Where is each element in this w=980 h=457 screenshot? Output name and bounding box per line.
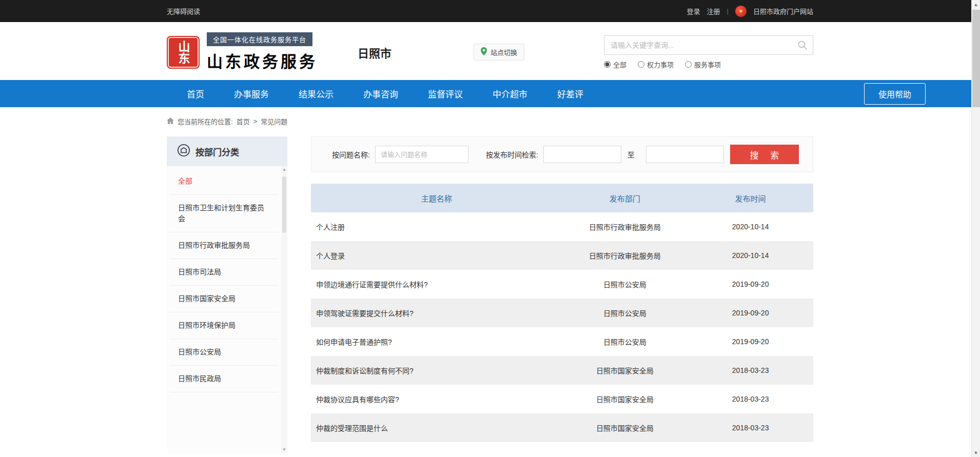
department-sidebar: 按部门分类 全部 日照市卫生和计划生育委员会 日照市行政审批服务局 日照市司法局… (167, 136, 287, 453)
publish-date-label: 按发布时间检索: (486, 149, 538, 160)
search-scope-group: 全部 权力事项 服务事项 (604, 59, 813, 69)
location-pin-icon (481, 47, 487, 57)
header-topic: 主题名称 (311, 184, 562, 212)
sidebar-item-admin-approval[interactable]: 日照市行政审批服务局 (170, 232, 278, 259)
table-row[interactable]: 个人注册 日照市行政审批服务局 2020-10-14 (311, 212, 813, 241)
question-name-input[interactable] (375, 146, 468, 163)
category-icon (177, 144, 190, 159)
date-cell: 2019-09-20 (688, 270, 813, 299)
date-from-input[interactable] (543, 146, 621, 163)
date-cell: 2018-03-23 (688, 413, 813, 442)
sidebar-item-public-security[interactable]: 日照市公安局 (170, 339, 278, 366)
site-switch-button[interactable]: 站点切换 (474, 44, 524, 61)
sidebar-item-all[interactable]: 全部 (170, 168, 278, 195)
scope-power: 权力事项 (638, 59, 674, 69)
question-cell: 仲裁制度和诉讼制度有何不同? (311, 356, 562, 385)
scope-all-radio[interactable] (604, 61, 611, 68)
scope-power-radio[interactable] (638, 61, 644, 68)
nav-item-home[interactable]: 首页 (187, 87, 204, 100)
nav-item-consult[interactable]: 办事咨询 (363, 87, 398, 100)
login-link[interactable]: 登录 (687, 6, 700, 16)
sidebar-scroll-up-icon[interactable]: ▲ (282, 168, 286, 172)
question-cell: 仲裁协议应具有哪些内容? (311, 385, 562, 413)
department-cell: 日照市国家安全局 (562, 413, 688, 442)
page-scroll-thumb[interactable] (972, 10, 980, 107)
keyword-search-input[interactable] (604, 35, 813, 55)
platform-badge: 全国一体化在线政务服务平台 (207, 32, 312, 46)
scope-all: 全部 (604, 59, 626, 69)
city-name: 日照市 (358, 44, 391, 61)
main-content: 按问题名称: 按发布时间检索: 至 搜 索 主题名称 发布部门 发布时间 (311, 136, 813, 442)
sidebar-item-health-commission[interactable]: 日照市卫生和计划生育委员会 (170, 195, 278, 232)
main-nav: 首页 办事服务 结果公示 办事咨询 监督评议 中介超市 好差评 使用帮助 (0, 80, 980, 107)
page-scroll-up-icon[interactable]: ▲ (972, 0, 980, 9)
topbar: 无障碍阅读 登录 注册 | ★ 日照市政府门户网站 (0, 0, 980, 22)
sidebar-scrollbar[interactable]: ▲ ▼ (281, 166, 287, 453)
table-row[interactable]: 如何申请电子普通护照? 日照市公安局 2019-09-20 (311, 327, 813, 356)
sidebar-item-state-security[interactable]: 日照市国家安全局 (170, 286, 278, 312)
nav-item-intermediary[interactable]: 中介超市 (493, 87, 527, 100)
question-cell: 仲裁的受理范围是什么 (311, 413, 562, 442)
question-cell: 申领边境通行证需要提供什么材料? (311, 270, 562, 299)
scope-power-label: 权力事项 (647, 59, 674, 69)
register-link[interactable]: 注册 (707, 6, 720, 16)
nav-item-services[interactable]: 办事服务 (234, 87, 269, 100)
date-cell: 2018-03-23 (688, 385, 813, 413)
date-to-label: 至 (628, 149, 635, 160)
department-cell: 日照市行政审批服务局 (562, 212, 688, 241)
scope-all-label: 全部 (613, 59, 626, 69)
help-button[interactable]: 使用帮助 (864, 83, 926, 105)
scope-service-radio[interactable] (685, 61, 692, 68)
table-row[interactable]: 仲裁的受理范围是什么 日照市国家安全局 2018-03-23 (311, 413, 813, 442)
breadcrumb-prefix: 您当前所在的位置: (178, 116, 233, 126)
scope-service-label: 服务事项 (694, 59, 721, 69)
date-cell: 2020-10-14 (688, 241, 813, 270)
department-cell: 日照市公安局 (562, 299, 688, 327)
date-cell: 2020-10-14 (688, 212, 813, 241)
question-cell: 申领驾驶证需要提交什么材料? (311, 299, 562, 327)
search-icon[interactable] (797, 39, 808, 53)
header-date: 发布时间 (688, 184, 813, 212)
table-row[interactable]: 仲裁制度和诉讼制度有何不同? 日照市国家安全局 2018-03-23 (311, 356, 813, 385)
breadcrumb-home-link[interactable]: 首页 (237, 116, 250, 126)
department-cell: 日照市公安局 (562, 270, 688, 299)
question-cell: 如何申请电子普通护照? (311, 327, 562, 356)
search-button[interactable]: 搜 索 (730, 145, 799, 164)
department-cell: 日照市行政审批服务局 (562, 241, 688, 270)
header-department: 发布部门 (562, 184, 688, 212)
table-row[interactable]: 仲裁协议应具有哪些内容? 日照市国家安全局 2018-03-23 (311, 385, 813, 413)
date-cell: 2019-09-20 (688, 299, 813, 327)
sidebar-scroll-down-icon[interactable]: ▼ (282, 448, 286, 452)
table-row[interactable]: 申领驾驶证需要提交什么材料? 日照市公安局 2019-09-20 (311, 299, 813, 327)
sidebar-scroll-thumb[interactable] (282, 176, 286, 233)
question-name-label: 按问题名称: (332, 149, 370, 160)
topbar-divider: | (727, 7, 729, 15)
sidebar-item-civil-affairs[interactable]: 日照市民政局 (170, 366, 278, 392)
table-header-row: 主题名称 发布部门 发布时间 (311, 184, 813, 212)
scope-service: 服务事项 (685, 59, 721, 69)
faq-table: 主题名称 发布部门 发布时间 个人注册 日照市行政审批服务局 2020-10-1… (311, 184, 813, 442)
nav-item-supervision[interactable]: 监督评议 (428, 87, 463, 100)
question-cell: 个人登录 (311, 241, 562, 270)
site-switch-label: 站点切换 (491, 47, 517, 57)
nav-item-rating[interactable]: 好差评 (557, 87, 583, 100)
filter-bar: 按问题名称: 按发布时间检索: 至 搜 索 (311, 136, 813, 172)
brand-title: 山东政务服务 (207, 49, 318, 72)
date-to-input[interactable] (646, 146, 724, 163)
sidebar-title: 按部门分类 (195, 145, 239, 158)
accessibility-link[interactable]: 无障碍阅读 (167, 6, 200, 16)
sidebar-header: 按部门分类 (167, 136, 287, 166)
table-row[interactable]: 个人登录 日照市行政审批服务局 2020-10-14 (311, 241, 813, 270)
date-cell: 2018-03-23 (688, 356, 813, 385)
page-scrollbar[interactable]: ▲ ▼ (971, 0, 980, 457)
department-cell: 日照市公安局 (562, 327, 688, 356)
national-emblem-icon: ★ (735, 6, 747, 17)
table-row[interactable]: 申领边境通行证需要提供什么材料? 日照市公安局 2019-09-20 (311, 270, 813, 299)
sidebar-item-justice[interactable]: 日照市司法局 (170, 259, 278, 286)
page-scroll-down-icon[interactable]: ▼ (972, 448, 980, 457)
nav-item-results[interactable]: 结果公示 (299, 87, 334, 100)
portal-link[interactable]: 日照市政府门户网站 (753, 6, 813, 16)
sidebar-item-environment[interactable]: 日照市环境保护局 (170, 312, 278, 339)
breadcrumb: 您当前所在的位置: 首页 > 常见问题 (167, 116, 813, 126)
department-cell: 日照市国家安全局 (562, 356, 688, 385)
